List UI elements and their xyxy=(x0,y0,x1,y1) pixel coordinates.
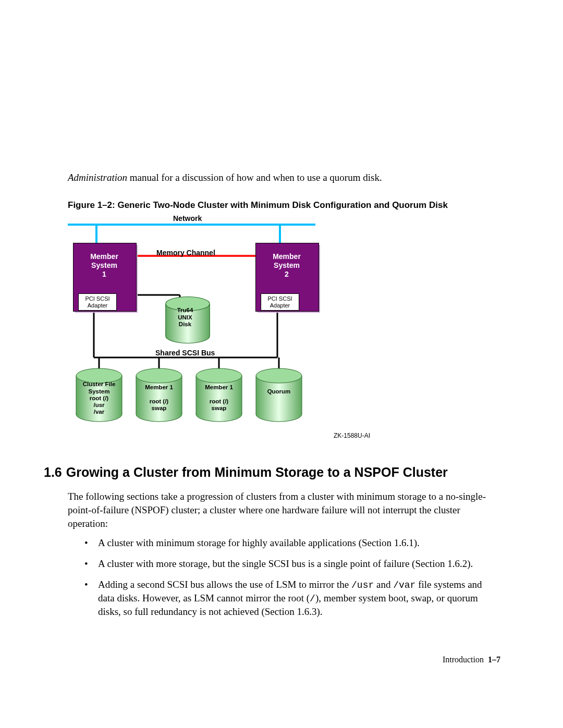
svg-point-36 xyxy=(256,368,302,383)
figure-caption: Figure 1–2: Generic Two-Node Cluster wit… xyxy=(68,199,500,212)
intro-paragraph: Administration manual for a discussion o… xyxy=(68,171,500,184)
pci-scsi-adapter-2: PCI SCSIAdapter xyxy=(261,293,299,310)
tru64-unix-disk: Tru64UNIXDisk xyxy=(162,291,209,338)
bullet-list: A cluster with minimum storage for highl… xyxy=(84,536,500,619)
disk4-label: Quorum xyxy=(253,388,305,395)
bullet-item-2: A cluster with more storage, but the sin… xyxy=(84,557,500,571)
figure-id: ZK-1588U-AI xyxy=(334,432,370,439)
page: Administration manual for a discussion o… xyxy=(0,0,563,696)
cluster-file-system-disk: Cluster FileSystemroot (/)/usr/var xyxy=(73,366,125,424)
section-heading: 1.6Growing a Cluster from Minimum Storag… xyxy=(44,464,500,480)
bullet-item-1: A cluster with minimum storage for highl… xyxy=(84,536,500,550)
code-usr: /usr xyxy=(351,580,374,590)
member1-disk-b: Member 1 root (/)swap xyxy=(193,366,245,424)
member1-title: MemberSystem1 xyxy=(73,252,136,278)
svg-point-31 xyxy=(196,368,242,383)
svg-point-26 xyxy=(136,368,182,383)
intro-rest: manual for a discussion of how and when … xyxy=(127,172,382,183)
quorum-disk: Quorum xyxy=(253,366,305,424)
section-number: 1.6 xyxy=(44,465,62,479)
disk3-label: Member 1 root (/)swap xyxy=(193,384,245,412)
code-var: /var xyxy=(393,580,415,590)
member2-title: MemberSystem2 xyxy=(255,252,318,278)
cluster-diagram: Network Memory Channel Shared SCSI Bus M… xyxy=(68,214,360,443)
shared-bus-label: Shared SCSI Bus xyxy=(155,349,215,357)
code-root: / xyxy=(310,594,315,604)
disk2-label: Member 1 root (/)swap xyxy=(133,384,185,412)
member1-disk-a: Member 1 root (/)swap xyxy=(133,366,185,424)
page-footer: Introduction 1–7 xyxy=(68,655,500,664)
intro-italic: Administration xyxy=(68,172,127,183)
network-label: Network xyxy=(173,214,202,223)
bullet-item-3: Adding a second SCSI bus allows the use … xyxy=(84,578,500,619)
body-paragraph-1: The following sections take a progressio… xyxy=(68,490,500,530)
memory-channel-label: Memory Channel xyxy=(156,249,215,257)
disk1-label: Cluster FileSystemroot (/)/usr/var xyxy=(73,381,125,415)
pci-scsi-adapter-1: PCI SCSIAdapter xyxy=(78,293,117,310)
section-title: Growing a Cluster from Minimum Storage t… xyxy=(66,465,448,479)
tru64-disk-label: Tru64UNIXDisk xyxy=(162,307,209,328)
footer-label: Introduction xyxy=(443,655,484,664)
footer-page-number: 1–7 xyxy=(488,655,500,664)
